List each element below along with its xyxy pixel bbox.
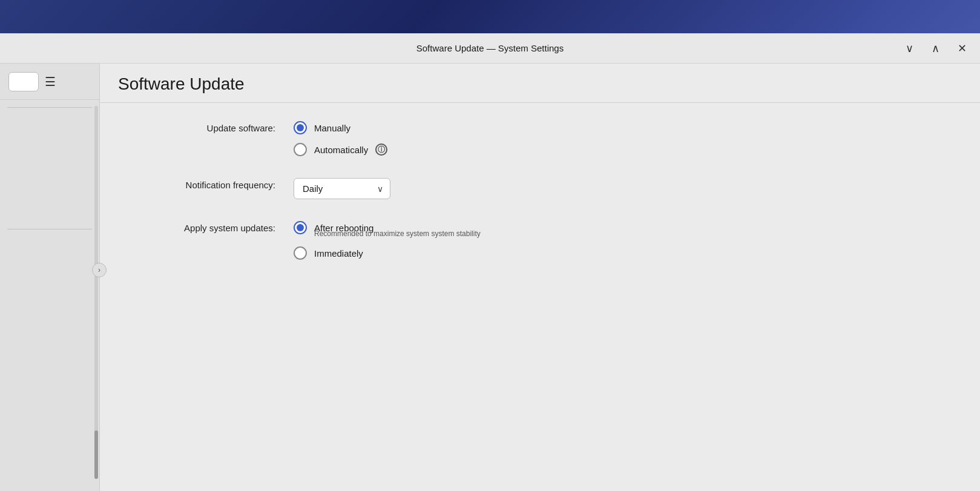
after-rebooting-sublabel: Recommended to maximize system system st… <box>314 229 481 238</box>
manually-radio-dot <box>297 124 304 131</box>
sidebar-divider-2 <box>7 229 92 229</box>
sidebar-scrollbar[interactable] <box>94 106 98 479</box>
close-button[interactable]: ✕ <box>954 41 970 56</box>
main-content: Software Update Update software: Manuall… <box>100 64 980 491</box>
manually-radio[interactable] <box>294 121 307 134</box>
minimize-button[interactable]: ∨ <box>902 41 917 56</box>
page-title: Software Update <box>118 74 962 94</box>
after-rebooting-option-group: After rebooting Recommended to maximize … <box>294 221 481 238</box>
sidebar-top: ☰ <box>0 64 99 100</box>
sidebar-search-box <box>8 72 39 91</box>
notification-frequency-dropdown-wrapper: Daily Weekly Monthly Never ∨ <box>294 178 390 199</box>
notification-frequency-select[interactable]: Daily Weekly Monthly Never <box>294 178 390 199</box>
main-header: Software Update <box>100 64 980 103</box>
after-rebooting-radio-dot <box>297 224 304 231</box>
manually-option[interactable]: Manually <box>294 121 387 134</box>
sidebar-list <box>0 100 99 491</box>
notification-frequency-controls: Daily Weekly Monthly Never ∨ <box>294 178 390 199</box>
content-area: ☰ › Software Update Update software: <box>0 64 980 491</box>
apply-system-updates-label: Apply system updates: <box>124 221 294 233</box>
apply-system-updates-controls: After rebooting Recommended to maximize … <box>294 221 481 260</box>
sidebar-divider-1 <box>7 107 92 108</box>
immediately-option[interactable]: Immediately <box>294 246 481 260</box>
update-software-row: Update software: Manually <box>124 121 956 156</box>
apply-system-updates-row: Apply system updates: After rebooting Re… <box>124 221 956 260</box>
update-software-label: Update software: <box>124 121 294 133</box>
automatically-radio[interactable] <box>294 143 307 156</box>
after-rebooting-radio[interactable] <box>294 221 307 234</box>
title-bar: Software Update — System Settings ∨ ∧ ✕ <box>0 33 980 64</box>
automatically-label: Automatically <box>314 145 368 155</box>
maximize-button[interactable]: ∧ <box>928 41 943 56</box>
sidebar: ☰ › <box>0 64 100 491</box>
automatically-option[interactable]: Automatically <box>294 143 368 156</box>
main-body: Update software: Manually <box>100 103 980 491</box>
window-title: Software Update — System Settings <box>416 43 564 53</box>
window-controls: ∨ ∧ ✕ <box>902 41 970 56</box>
notification-frequency-label: Notification frequency: <box>124 178 294 190</box>
immediately-radio[interactable] <box>294 246 307 260</box>
automatically-info-icon[interactable]: ⓘ <box>375 143 387 156</box>
manually-label: Manually <box>314 123 350 133</box>
app-window: Software Update — System Settings ∨ ∧ ✕ … <box>0 33 980 491</box>
immediately-label: Immediately <box>314 248 363 259</box>
update-software-controls: Manually Automatically ⓘ <box>294 121 387 156</box>
sidebar-scrollbar-thumb <box>94 430 98 479</box>
sidebar-expand-button[interactable]: › <box>92 263 107 277</box>
hamburger-icon[interactable]: ☰ <box>45 74 56 89</box>
automatically-option-row: Automatically ⓘ <box>294 143 387 156</box>
notification-frequency-row: Notification frequency: Daily Weekly Mon… <box>124 178 956 199</box>
